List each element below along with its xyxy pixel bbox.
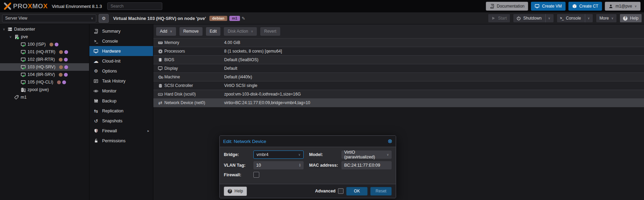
hw-value: zpool:vm-103-disk-0,iothread=1,size=16G [224,92,301,97]
tag-dot-icon [57,80,61,84]
tag-dot-icon [59,65,63,69]
nav-item-console[interactable]: >_Console [89,36,153,46]
bridge-combobox[interactable]: vmbr4 ∨ [253,151,304,159]
tree-item-101-hq-rtr[interactable]: 101 (HQ-RTR) [0,48,89,56]
tree-item-104-br-srv[interactable]: 104 (BR-SRV) [0,71,89,78]
console-button[interactable]: >_Console∨ [557,14,593,23]
memory-icon [158,40,163,45]
view-settings-button[interactable]: ⚙ [99,14,109,23]
mac-address-field[interactable]: BC:24:11:77:E0:09 [341,161,392,169]
hw-row-display[interactable]: DisplayDefault [153,64,644,73]
display-icon [158,66,163,71]
hw-row-machine[interactable]: ⚙⚙MachineDefault (i440fx) [153,73,644,81]
nav-item-snapshots[interactable]: ↺Snapshots [89,116,153,126]
revert-button[interactable]: Revert [260,27,280,36]
create-vm-button[interactable]: Create VM [531,2,565,11]
tree-item-100-isp[interactable]: 100 (ISP) [0,41,89,48]
proxmox-logo: PROXMOX Virtual Environment 8.1.3 [3,2,102,10]
nav-item-replication[interactable]: ⇆Replication [89,106,153,116]
advanced-checkbox[interactable] [338,188,343,194]
button-label: Disk Action [228,29,248,34]
tree-item-label: 101 (HQ-RTR) [28,49,55,54]
cloud-icon: ☁ [93,58,99,64]
user-icon [609,4,613,9]
nav-item-label: Firewall [102,129,117,133]
nav-item-cloud-init[interactable]: ☁Cloud-Init [89,56,153,66]
vm-config-nav: Summary>_ConsoleHardware☁Cloud-Init⚙Opti… [89,24,153,200]
db-icon [158,84,163,88]
nav-item-summary[interactable]: Summary [89,26,153,36]
nav-item-backup[interactable]: Backup [89,96,153,106]
start-button[interactable]: Start [488,14,510,23]
hw-row-bios[interactable]: BIOSDefault (SeaBIOS) [153,56,644,64]
tree-item-label: 105 (HQ-CLI) [28,80,53,85]
model-combobox[interactable]: VirtIO (paravirtualized) ∨ [341,151,392,159]
documentation-button[interactable]: Documentation [486,2,528,11]
dialog-close-icon[interactable]: ⊗ [388,138,392,144]
vm-tag-debian: debian [209,16,227,21]
hw-row-processors[interactable]: Processors8 (1 sockets, 8 cores) [qemu64… [153,47,644,56]
tree-item-pve[interactable]: ∨pve [0,33,89,41]
more-button[interactable]: More∨ [596,14,617,23]
hw-row-scsi-controller[interactable]: SCSI ControllerVirtIO SCSI single [153,81,644,90]
reset-button[interactable]: Reset [370,187,392,196]
vlan-tag-spinner[interactable]: 10 ∧∨ [253,161,304,169]
split-chevron-down-icon[interactable]: ∨ [545,14,550,22]
tree-item-102-br-rtr[interactable]: 102 (BR-RTR) [0,56,89,63]
view-selector-combobox[interactable]: Server View ∨ [2,14,96,22]
nav-item-options[interactable]: ⚙Options [89,66,153,76]
tree-item-103-hq-srv[interactable]: 103 (HQ-SRV) [0,63,89,71]
button-label: Add [160,29,167,34]
tree-item-m1[interactable]: m1 [0,93,89,101]
tree-item-zpool-pve[interactable]: zpool (pve) [0,86,89,93]
button-label: Revert [264,29,276,34]
button-label: More [599,16,609,21]
create-ct-button[interactable]: Create CT [568,2,602,11]
nav-item-monitor[interactable]: Monitor [89,86,153,96]
dialog-body: Bridge: vmbr4 ∨ Model: VirtIO (paravirtu… [220,147,396,184]
edit-tags-pencil-icon[interactable]: ✎ [241,16,245,21]
add-button[interactable]: Add∨ [156,27,176,36]
tree-item-datacenter[interactable]: ∨Datacenter [0,25,89,33]
advanced-label: Advanced [315,189,336,193]
help-button[interactable]: ?Help [620,14,642,23]
remove-button[interactable]: Remove [179,27,203,36]
tag-dot-icon [59,73,63,77]
ok-button[interactable]: OK [346,187,368,196]
expander-chevron-icon[interactable]: ∨ [2,27,6,31]
display-icon [535,4,539,9]
button-label: Start [498,16,506,21]
nav-item-permissions[interactable]: Permissions [89,136,153,146]
m1-pve-button[interactable]: m1@pve∨ [605,2,641,11]
disk-action-button[interactable]: Disk Action∨ [224,27,257,36]
hw-row-hard-disk-scsi0[interactable]: Hard Disk (scsi0)zpool:vm-103-disk-0,iot… [153,90,644,99]
nav-item-hardware[interactable]: Hardware [89,46,153,56]
firewall-checkbox[interactable] [253,172,259,178]
vm-tags: debianm1 [209,16,240,21]
model-value: VirtIO (paravirtualized) [344,150,386,159]
nav-item-label: Backup [102,99,117,103]
chevron-down-icon[interactable]: ∨ [298,153,301,156]
hw-value: Default [224,66,237,71]
hw-row-memory[interactable]: Memory4.00 GiB [153,38,644,47]
tag-dots [50,43,58,46]
hw-key: Display [164,66,224,71]
tree-item-105-hq-cli[interactable]: 105 (HQ-CLI) [0,78,89,86]
search-input[interactable] [107,2,162,10]
split-chevron-down-icon[interactable]: ∨ [585,14,590,22]
resource-tree: ∨Datacenter∨pve100 (ISP)101 (HQ-RTR)102 … [0,24,89,200]
dialog-help-button[interactable]: ? Help [224,187,247,196]
tree-item-label: 100 (ISP) [28,42,46,47]
tag-dot-icon [59,50,63,54]
chevron-down-icon[interactable]: ∨ [386,153,389,156]
nav-item-task-history[interactable]: Task History [89,76,153,86]
expander-chevron-icon[interactable]: ∨ [9,35,12,38]
shutdown-button[interactable]: Shutdown∨ [513,14,554,23]
dialog-header[interactable]: Edit: Network Device ⊗ [220,136,396,147]
nav-item-firewall[interactable]: Firewall▸ [89,126,153,136]
edit-button[interactable]: Edit [206,27,221,36]
question-icon: ? [623,16,627,21]
hw-row-network-device-net0[interactable]: ⇄Network Device (net0)virtio=BC:24:11:77… [153,99,644,107]
spinner-arrows-icon[interactable]: ∧∨ [299,164,301,167]
tag-dot-icon [64,73,68,77]
